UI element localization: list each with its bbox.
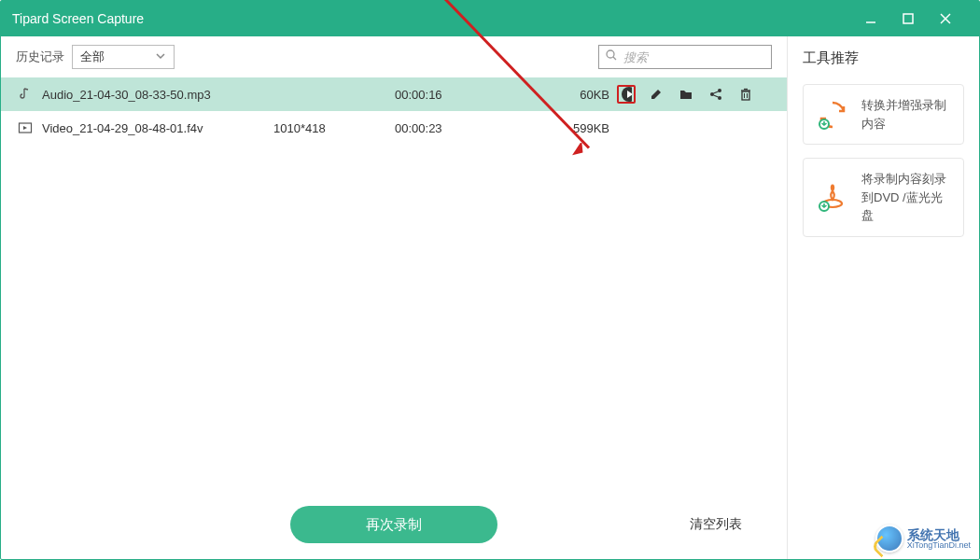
side-panel: 工具推荐 转换并增强录制内容将录制内容刻录到DVD /蓝光光盘	[787, 36, 979, 559]
delete-button[interactable]	[736, 85, 755, 104]
file-type-icon	[18, 87, 42, 102]
close-button[interactable]	[927, 1, 964, 36]
record-again-button[interactable]: 再次录制	[290, 506, 497, 543]
svg-rect-12	[742, 91, 749, 100]
card-text: 将录制内容刻录到DVD /蓝光光盘	[861, 170, 950, 225]
app-window: Tipard Screen Capture 历史记录 全部 Audio_21-0…	[0, 0, 980, 560]
folder-button[interactable]	[677, 85, 695, 104]
svg-line-11	[714, 95, 719, 97]
card-text: 转换并增强录制内容	[861, 96, 950, 133]
chevron-down-icon	[155, 50, 166, 64]
titlebar[interactable]: Tipard Screen Capture	[1, 1, 979, 36]
maximize-button[interactable]	[889, 1, 927, 36]
table-row[interactable]: Audio_21-04-30_08-33-50.mp3 00:00:16 60K…	[1, 77, 787, 111]
burn-icon	[817, 180, 848, 214]
file-list: Audio_21-04-30_08-33-50.mp3 00:00:16 60K…	[1, 77, 787, 490]
app-title: Tipard Screen Capture	[12, 11, 144, 26]
file-duration: 00:00:23	[395, 121, 535, 135]
tool-card[interactable]: 将录制内容刻录到DVD /蓝光光盘	[803, 158, 964, 237]
svg-rect-1	[903, 14, 913, 23]
edit-button[interactable]	[647, 85, 665, 104]
file-resolution: 1010*418	[273, 121, 395, 135]
main-panel: 历史记录 全部 Audio_21-04-30_08-33-50.mp3 00:0…	[1, 36, 787, 559]
filter-select[interactable]: 全部	[72, 45, 175, 69]
footer-bar: 再次录制 清空列表	[1, 490, 787, 559]
search-box[interactable]	[598, 45, 772, 69]
history-label: 历史记录	[16, 49, 64, 65]
side-title: 工具推荐	[803, 49, 964, 67]
file-size: 599KB	[535, 121, 609, 135]
clear-list-link[interactable]: 清空列表	[690, 516, 742, 533]
table-row[interactable]: Video_21-04-29_08-48-01.f4v 1010*418 00:…	[1, 111, 787, 145]
tool-card[interactable]: 转换并增强录制内容	[803, 84, 964, 145]
share-button[interactable]	[707, 85, 725, 104]
content-area: 历史记录 全部 Audio_21-04-30_08-33-50.mp3 00:0…	[1, 36, 979, 559]
svg-line-5	[613, 57, 616, 60]
filter-selected-text: 全部	[80, 49, 105, 65]
file-type-icon	[18, 120, 42, 135]
file-size: 60KB	[535, 88, 609, 102]
file-name: Video_21-04-29_08-48-01.f4v	[42, 121, 273, 135]
file-name: Audio_21-04-30_08-33-50.mp3	[42, 88, 273, 102]
play-button[interactable]	[617, 85, 636, 104]
search-input[interactable]	[623, 50, 780, 64]
convert-icon	[817, 98, 848, 132]
minimize-button[interactable]	[852, 1, 889, 36]
svg-line-10	[714, 91, 719, 93]
svg-point-4	[607, 50, 614, 58]
toolbar: 历史记录 全部	[1, 36, 787, 77]
row-actions	[609, 85, 770, 104]
search-icon	[605, 49, 618, 65]
file-duration: 00:00:16	[395, 88, 535, 102]
